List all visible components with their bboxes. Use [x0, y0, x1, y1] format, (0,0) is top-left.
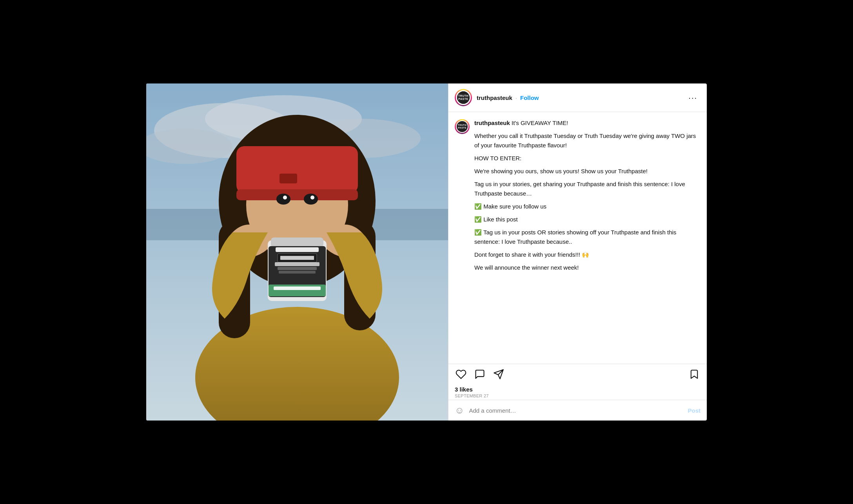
caption-p5: ✅ Make sure you follow us [474, 202, 701, 211]
svg-rect-28 [278, 267, 317, 270]
caption-p1: Whether you call it Truthpaste Tuesday o… [474, 131, 701, 150]
caption-p2: HOW TO ENTER: [474, 154, 701, 163]
more-options-button[interactable]: ··· [685, 92, 701, 104]
comment-icon [474, 369, 485, 380]
header-username[interactable]: truthpasteuk [477, 94, 512, 101]
svg-rect-20 [271, 237, 323, 247]
avatar-logo-text: TRUTH [458, 94, 468, 98]
svg-rect-12 [236, 146, 358, 193]
caption-text-block: truthpasteuk It's GIVEAWAY TIME! Whether… [474, 118, 701, 272]
actions-row [448, 364, 707, 384]
caption-p8: Dont forget to share it with your friend… [474, 250, 701, 259]
follow-button[interactable]: Follow [520, 94, 539, 101]
bookmark-icon [689, 369, 700, 380]
caption-p6: ✅ Like this post [474, 215, 701, 224]
emoji-icon[interactable]: ☺ [455, 405, 465, 416]
send-icon [493, 369, 504, 380]
comment-area: ☺ Post [448, 400, 707, 421]
svg-rect-23 [276, 247, 319, 252]
comment-input[interactable] [469, 407, 683, 414]
caption-area: TRUTHPASTE truthpasteuk It's GIVEAWAY TI… [448, 112, 707, 364]
caption-avatar-logo: TRUTHPASTE [458, 124, 466, 129]
caption-p4: Tag us in your stories, get sharing your… [474, 179, 701, 198]
likes-count: 3 likes [455, 386, 701, 393]
caption-avatar-ring[interactable]: TRUTHPASTE [455, 119, 470, 134]
post-content: TRUTH PASTE truthpasteuk · Follow ··· TR… [448, 83, 707, 421]
svg-rect-27 [275, 262, 319, 266]
caption-intro: It's GIVEAWAY TIME! [510, 120, 568, 126]
heart-icon [456, 369, 466, 380]
caption-header: TRUTHPASTE truthpasteuk It's GIVEAWAY TI… [455, 118, 701, 272]
svg-rect-14 [279, 174, 297, 183]
avatar-inner: TRUTH PASTE [456, 90, 471, 105]
comment-button[interactable] [474, 368, 486, 381]
svg-rect-26 [280, 256, 314, 260]
caption-p3: We're showing you ours, show us yours! S… [474, 167, 701, 176]
svg-point-17 [283, 196, 287, 199]
svg-rect-22 [269, 285, 326, 296]
likes-section: 3 likes SEPTEMBER 27 [448, 384, 707, 400]
svg-point-15 [276, 194, 290, 205]
svg-rect-13 [236, 189, 358, 200]
like-button[interactable] [455, 368, 467, 381]
svg-point-18 [310, 196, 314, 199]
caption-p7: ✅ Tag us in your posts OR stories showin… [474, 228, 701, 246]
caption-username[interactable]: truthpasteuk [474, 120, 510, 126]
svg-rect-29 [279, 271, 316, 274]
svg-rect-30 [274, 286, 321, 290]
avatar-ring[interactable]: TRUTH PASTE [455, 89, 472, 106]
avatar-logo-text2: PASTE [458, 98, 468, 101]
action-icons-left [455, 368, 505, 381]
caption-text: truthpasteuk It's GIVEAWAY TIME! Whether… [474, 118, 701, 272]
post-header: TRUTH PASTE truthpasteuk · Follow ··· [448, 83, 707, 112]
instagram-post: TRUTH PASTE truthpasteuk · Follow ··· TR… [146, 83, 707, 421]
caption-p9: We will announce the winner next week! [474, 263, 701, 272]
post-image [146, 83, 448, 421]
save-button[interactable] [688, 368, 701, 381]
caption-avatar-inner: TRUTHPASTE [456, 120, 468, 133]
share-button[interactable] [492, 368, 505, 381]
avatar-logo: TRUTH PASTE [457, 91, 470, 104]
post-comment-button[interactable]: Post [688, 407, 701, 414]
header-info: truthpasteuk · Follow [477, 94, 685, 101]
post-date: SEPTEMBER 27 [455, 393, 701, 398]
svg-point-16 [304, 194, 318, 205]
header-dot: · [515, 94, 517, 101]
